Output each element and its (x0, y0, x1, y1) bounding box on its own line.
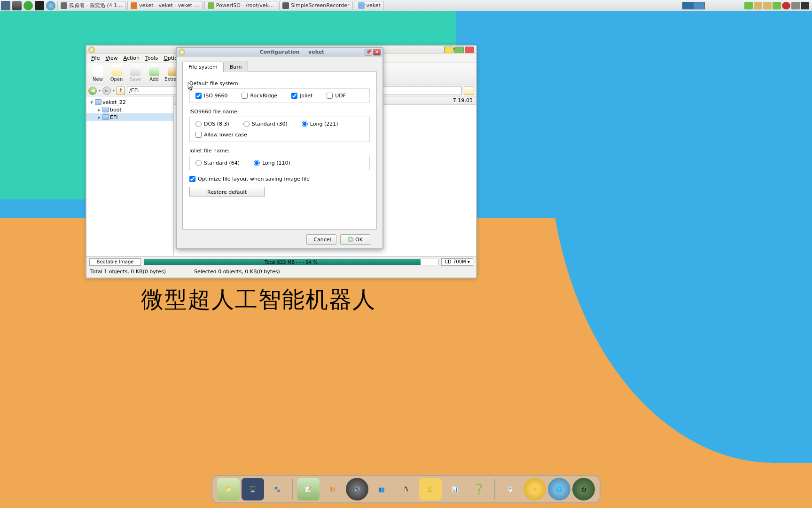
checkbox-iso-9660[interactable]: ISO 9660 (195, 93, 227, 99)
btn-add-icon (149, 65, 159, 76)
tree-item[interactable]: ▸EFI (86, 113, 173, 121)
menu-action[interactable]: Action (122, 55, 141, 62)
pin-button[interactable]: 📌 (365, 49, 372, 56)
folder-icon (102, 114, 109, 120)
maximize-button[interactable] (454, 47, 464, 53)
checkbox-rockridge[interactable]: RockRidge (242, 93, 277, 99)
dialog-close-button[interactable]: ✕ (373, 49, 381, 56)
dock-media-icon[interactable]: 🔊 (346, 478, 368, 500)
radio-label: Standard (64) (204, 160, 240, 166)
dock-hardware-icon[interactable]: 🖱️ (499, 478, 522, 500)
browse-button[interactable] (464, 87, 474, 95)
tab-burn[interactable]: Burn (224, 62, 248, 72)
status-bar-2: Total 1 objects, 0 KB(0 bytes) Selected … (86, 267, 476, 276)
dock-help-icon[interactable]: ? (468, 478, 491, 500)
radio-label: Long (110) (262, 160, 290, 166)
task-label: PowerISO - /root/vek… (216, 2, 274, 8)
folder-tree[interactable]: ▾veket_22▸boot▸EFI (86, 96, 174, 256)
dock-chart-icon[interactable]: 📊 (444, 478, 466, 500)
shade-icon[interactable]: ▾ (453, 47, 455, 51)
expand-icon[interactable]: ▸ (97, 107, 102, 113)
task-icon (208, 2, 214, 9)
dock-power-icon[interactable]: ⏻ (572, 478, 595, 500)
dock-pet-icon[interactable]: 🐾 (266, 478, 289, 500)
dock-notes-icon[interactable]: 📒 (419, 478, 442, 500)
radio-long-221-[interactable]: Long (221) (302, 121, 338, 127)
tray-clipboard-icon[interactable] (754, 2, 762, 9)
dock-users-icon[interactable]: 👥 (370, 478, 393, 500)
up-button[interactable]: ↑ (117, 87, 125, 95)
minimize-button[interactable] (444, 47, 453, 53)
dock-editor-icon[interactable]: 📝 (297, 478, 320, 500)
task-poweriso[interactable]: PowerISO - /root/vek… (204, 1, 277, 10)
radio-standard-64-[interactable]: Standard (64) (195, 160, 240, 166)
tray-shield-icon[interactable] (744, 2, 753, 9)
ok-button[interactable]: OK (340, 234, 370, 245)
expand-icon[interactable]: ▾ (89, 99, 94, 105)
task-firefox[interactable]: veket - veket - veket … (127, 1, 202, 10)
dock-files-icon[interactable]: 📁 (217, 478, 240, 500)
workspace-switcher[interactable] (682, 2, 705, 9)
radio-label: DOS (8.3) (204, 121, 229, 127)
tray-volume-icon[interactable] (791, 2, 800, 9)
label-iso-name: ISO9660 file name: (189, 109, 370, 115)
forward-button[interactable]: ▶ (102, 87, 111, 95)
toolbar-label: Save (130, 77, 141, 82)
btn-open[interactable]: Open (107, 64, 126, 84)
tree-label: EFI (110, 114, 118, 120)
toolbar-label: New (93, 77, 103, 82)
task-label: veket (367, 2, 381, 8)
launcher-icon[interactable] (12, 1, 22, 10)
size-progress: Total 633 MB - - - 94 % (144, 259, 438, 265)
tree-item[interactable]: ▸boot (86, 106, 173, 113)
menu-file[interactable]: File (89, 55, 102, 62)
tab-file-system[interactable]: File system (182, 62, 224, 72)
system-tray (682, 2, 812, 9)
close-button[interactable] (465, 47, 474, 53)
dialog-titlebar[interactable]: Configuration veket 📌 ✕ (177, 48, 383, 56)
dialog-title: Configuration (177, 49, 383, 55)
restore-default-button[interactable]: Restore default (189, 187, 265, 197)
task-music[interactable]: 孤勇者 - 陈奕迅 (4.1… (57, 1, 125, 10)
status-bar: Bootable Image Total 633 MB - - - 94 % C… (86, 256, 476, 267)
expand-icon[interactable]: ▸ (97, 114, 102, 120)
btn-new[interactable]: New (88, 64, 107, 84)
launcher-icon[interactable] (35, 1, 44, 10)
menu-tools[interactable]: Tools (143, 55, 160, 62)
tree-item[interactable]: ▾veket_22 (86, 98, 173, 106)
cancel-button[interactable]: Cancel (306, 234, 336, 245)
checkbox-allow-lower[interactable]: Allow lower case (195, 132, 364, 138)
checkbox-label: Allow lower case (204, 132, 247, 138)
radio-long-110-[interactable]: Long (110) (254, 160, 290, 166)
checkbox-label: ISO 9660 (204, 93, 227, 99)
radio-dos-8-3-[interactable]: DOS (8.3) (195, 121, 229, 127)
launcher-icon[interactable] (1, 1, 10, 10)
radio-standard-30-[interactable]: Standard (30) (243, 121, 288, 127)
dock-brightness-icon[interactable]: ☀️ (523, 478, 546, 500)
tray-keyboard-icon[interactable] (801, 2, 809, 9)
top-panel: 孤勇者 - 陈奕迅 (4.1…veket - veket - veket …Po… (0, 0, 812, 11)
task-icon (282, 2, 289, 9)
app-icon (88, 47, 95, 53)
checkbox-joliet[interactable]: Joliet (291, 93, 312, 99)
dock-globe-icon[interactable]: 🌐 (548, 478, 570, 500)
checkbox-label: RockRidge (250, 93, 277, 99)
dock-monitor-icon[interactable]: 🖥️ (242, 478, 264, 500)
tray-battery-icon[interactable] (773, 2, 781, 9)
configuration-dialog: Configuration veket 📌 ✕ File system Burn… (176, 47, 383, 249)
task-filemgr[interactable]: veket (355, 1, 384, 10)
menu-view[interactable]: View (103, 55, 119, 62)
launcher-icon[interactable] (23, 1, 33, 10)
btn-add[interactable]: Add (145, 64, 164, 84)
task-ssr[interactable]: SimpleScreenRecorder (279, 1, 353, 10)
checkbox-udf[interactable]: UDF (327, 93, 346, 99)
launcher-icon[interactable] (46, 1, 55, 10)
checkbox-optimize[interactable]: Optimize file layout when saving image f… (189, 176, 370, 182)
dialog-app-icon (179, 49, 185, 56)
media-select[interactable]: CD 700M ▾ (441, 258, 473, 266)
tray-record-icon[interactable] (782, 2, 790, 9)
back-button[interactable]: ◀ (88, 87, 97, 95)
tray-task-icon[interactable] (763, 2, 772, 9)
dock-linux-icon[interactable]: 🐧 (395, 478, 417, 500)
dock-paint-icon[interactable]: 🎨 (321, 478, 344, 500)
